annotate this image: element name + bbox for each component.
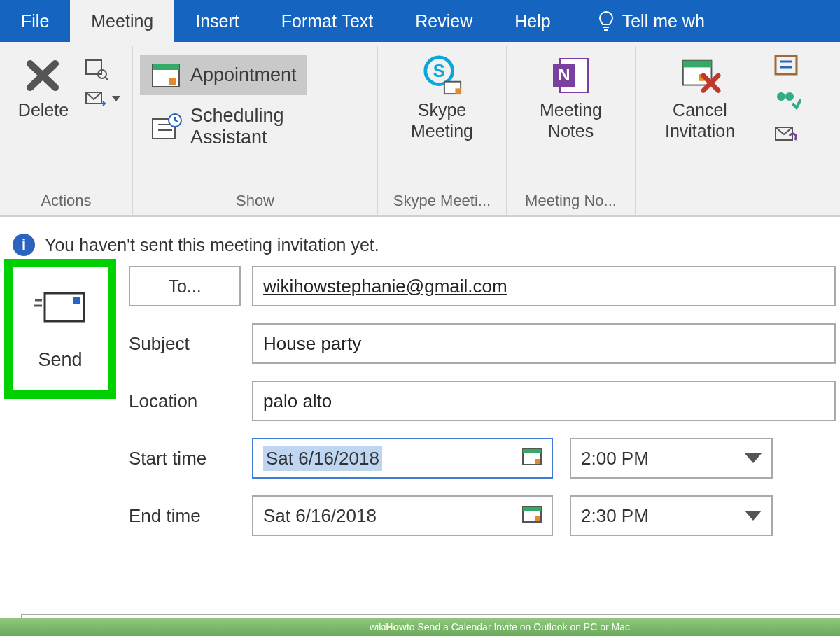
end-date-picker[interactable]: Sat 6/16/2018	[252, 495, 553, 536]
address-book-icon[interactable]	[773, 53, 801, 77]
start-time-value: 2:00 PM	[581, 448, 649, 469]
subject-input[interactable]: House party	[252, 323, 836, 364]
response-options-icon[interactable]	[773, 123, 801, 147]
tab-file[interactable]: File	[0, 0, 70, 42]
chevron-down-icon	[745, 453, 762, 463]
appointment-view-button[interactable]: Appointment	[140, 55, 307, 95]
end-time-label: End time	[129, 495, 241, 536]
svg-text:S: S	[433, 61, 444, 80]
group-skype: S Skype Meeting Skype Meeti...	[378, 46, 507, 215]
send-button[interactable]: Send	[4, 259, 116, 399]
check-names-icon[interactable]	[773, 88, 801, 112]
scheduling-label: Scheduling Assistant	[190, 105, 360, 148]
tab-format-text[interactable]: Format Text	[260, 0, 395, 42]
envelope-forward-icon	[84, 87, 108, 111]
svg-rect-19	[683, 61, 712, 68]
svg-rect-21	[776, 56, 797, 74]
cancel-invitation-icon	[679, 55, 721, 97]
tab-meeting[interactable]: Meeting	[70, 0, 174, 42]
delete-x-icon	[22, 55, 64, 97]
location-input[interactable]: palo alto	[252, 381, 836, 421]
to-input[interactable]: wikihowstephanie@gmail.com	[252, 266, 836, 306]
location-value: palo alto	[263, 390, 332, 412]
start-time-dropdown[interactable]: 2:00 PM	[570, 438, 773, 479]
chevron-down-icon	[745, 511, 762, 521]
group-cancel-label	[643, 189, 757, 214]
start-time-label: Start time	[129, 438, 241, 479]
end-time-dropdown[interactable]: 2:30 PM	[570, 495, 773, 536]
tab-review[interactable]: Review	[394, 0, 493, 42]
end-time-value: 2:30 PM	[581, 505, 649, 527]
appointment-icon	[150, 59, 182, 91]
skype-line1: Skype	[411, 99, 473, 120]
group-cancel: Cancel Invitation	[636, 46, 764, 215]
send-label: Send	[38, 349, 82, 371]
svg-point-24	[777, 92, 785, 101]
skype-icon: S	[421, 55, 463, 97]
svg-rect-32	[523, 449, 541, 453]
chevron-down-icon	[112, 96, 120, 101]
group-show: Appointment Scheduling Assistant Show	[133, 46, 378, 215]
svg-text:N: N	[558, 65, 570, 84]
tab-insert[interactable]: Insert	[174, 0, 260, 42]
tell-me-search[interactable]: Tell me wh	[576, 0, 726, 42]
forward-menu[interactable]	[84, 87, 120, 111]
onenote-icon: N	[550, 55, 592, 97]
cancel-line2: Invitation	[665, 120, 735, 141]
skype-meeting-button[interactable]: S Skype Meeting	[393, 50, 491, 141]
lightbulb-icon	[597, 10, 615, 31]
calendar-icon	[521, 502, 543, 530]
calendar-icon	[521, 445, 543, 472]
meeting-form: Send To... wikihowstephanie@gmail.com Su…	[0, 263, 840, 536]
delete-label: Delete	[18, 99, 69, 120]
end-date-value: Sat 6/16/2018	[263, 505, 377, 527]
group-actions-label: Actions	[7, 189, 125, 214]
ribbon-tabs: File Meeting Insert Format Text Review H…	[0, 0, 840, 42]
ribbon-more-icons	[764, 46, 806, 215]
notice-text: You haven't sent this meeting invitation…	[45, 235, 379, 255]
scheduling-icon	[150, 111, 182, 143]
footer-rest: to Send a Calendar Invite on Outlook on …	[407, 621, 630, 633]
appointment-label: Appointment	[190, 64, 297, 86]
group-actions: Delete Actions	[0, 46, 133, 215]
cancel-line1: Cancel	[665, 99, 735, 120]
subject-label: Subject	[129, 323, 241, 364]
group-skype-label: Skype Meeti...	[385, 189, 499, 214]
svg-rect-30	[73, 297, 80, 304]
group-show-label: Show	[140, 189, 370, 214]
svg-rect-5	[153, 64, 179, 70]
scheduling-assistant-button[interactable]: Scheduling Assistant	[140, 101, 370, 153]
svg-rect-36	[535, 516, 540, 521]
calendar-search-button[interactable]	[84, 56, 120, 80]
delete-button[interactable]: Delete	[7, 50, 80, 120]
notes-line2: Notes	[540, 120, 602, 141]
footer-how: How	[386, 621, 407, 633]
svg-rect-14	[455, 88, 461, 94]
info-icon: i	[13, 234, 35, 256]
group-notes: N Meeting Notes Meeting No...	[507, 46, 636, 215]
start-date-value: Sat 6/16/2018	[263, 446, 382, 471]
to-value: wikihowstephanie@gmail.com	[263, 276, 507, 297]
svg-rect-33	[535, 459, 540, 464]
location-label: Location	[129, 381, 241, 421]
group-notes-label: Meeting No...	[514, 189, 628, 214]
wikihow-watermark: wikiHow to Send a Calendar Invite on Out…	[0, 618, 840, 636]
skype-line2: Meeting	[411, 120, 473, 141]
tab-help[interactable]: Help	[493, 0, 571, 42]
notice-bar: i You haven't sent this meeting invitati…	[0, 217, 840, 263]
cancel-invitation-button[interactable]: Cancel Invitation	[651, 50, 749, 141]
svg-point-25	[785, 92, 794, 101]
to-button[interactable]: To...	[129, 266, 241, 306]
svg-rect-35	[523, 507, 541, 511]
notes-line1: Meeting	[540, 99, 602, 120]
start-date-picker[interactable]: Sat 6/16/2018	[252, 438, 553, 479]
svg-line-2	[105, 77, 108, 80]
calendar-search-icon	[84, 56, 108, 80]
footer-prefix: wiki	[370, 621, 386, 633]
subject-value: House party	[263, 333, 361, 355]
send-envelope-icon	[34, 288, 87, 330]
svg-rect-6	[169, 78, 176, 85]
ribbon: Delete Actions Appointment Sche	[0, 42, 840, 217]
meeting-notes-button[interactable]: N Meeting Notes	[522, 50, 620, 141]
tell-me-text: Tell me wh	[622, 11, 705, 31]
